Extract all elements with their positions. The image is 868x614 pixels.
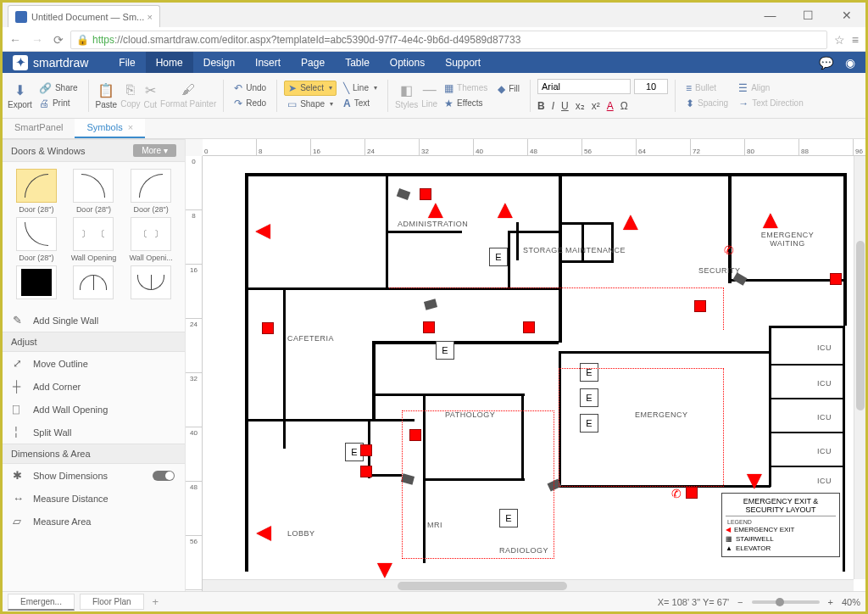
menu-home[interactable]: Home xyxy=(146,52,193,73)
symbol-double-arc-2[interactable] xyxy=(124,265,178,302)
menu-options[interactable]: Options xyxy=(380,52,435,73)
add-page-button[interactable]: + xyxy=(153,595,159,608)
redo-button[interactable]: ↷Redo xyxy=(231,97,270,110)
app-logo[interactable]: ✦ smartdraw xyxy=(13,55,88,70)
nav-buttons: ← → ⟳ xyxy=(9,33,64,47)
subscript-button[interactable]: x₂ xyxy=(576,100,585,112)
bookmark-icon[interactable]: ☆ xyxy=(834,33,845,47)
add-single-wall[interactable]: ✎Add Single Wall xyxy=(3,309,185,332)
copy-button[interactable]: ⎘Copy xyxy=(120,82,140,109)
menu-file[interactable]: File xyxy=(108,52,145,73)
more-button[interactable]: More▾ xyxy=(133,144,176,157)
help-icon[interactable]: 💬 xyxy=(819,56,833,70)
label-security: SECURITY xyxy=(698,266,741,275)
italic-button[interactable]: I xyxy=(552,100,554,112)
export-button[interactable]: ⬇Export xyxy=(8,82,32,109)
superscript-button[interactable]: x² xyxy=(592,100,600,112)
menu-page[interactable]: Page xyxy=(291,52,335,73)
close-icon[interactable]: × xyxy=(128,122,133,132)
text-direction-button[interactable]: →Text Direction xyxy=(735,97,807,110)
tab-symbols[interactable]: Symbols× xyxy=(75,119,145,138)
toggle-icon[interactable] xyxy=(153,471,175,481)
browser-tab[interactable]: Untitled Document — Sm... × xyxy=(8,5,160,27)
text-tool[interactable]: AText xyxy=(340,97,381,110)
measure-area[interactable]: ▱Measure Area xyxy=(3,510,185,533)
themes-button[interactable]: ▦Themes xyxy=(441,81,491,95)
symbol-door-1[interactable]: Door (28") xyxy=(9,169,64,214)
tab-smartpanel[interactable]: SmartPanel xyxy=(3,119,75,138)
vertical-scrollbar[interactable] xyxy=(854,156,865,579)
menu-support[interactable]: Support xyxy=(435,52,491,73)
effects-button[interactable]: ★Effects xyxy=(441,97,491,110)
browser-menu-icon[interactable]: ≡ xyxy=(852,33,859,47)
print-button[interactable]: 🖨Print xyxy=(36,97,81,110)
reload-button[interactable]: ⟳ xyxy=(53,33,64,47)
menu-table[interactable]: Table xyxy=(335,52,380,73)
show-dimensions[interactable]: ✱Show Dimensions xyxy=(3,464,185,487)
undo-button[interactable]: ↶Undo xyxy=(231,81,270,95)
font-size-input[interactable] xyxy=(634,79,668,94)
add-wall-opening[interactable]: ⎕Add Wall Opening xyxy=(3,398,185,421)
select-tool[interactable]: ➤Select▾ xyxy=(284,81,337,96)
share-button[interactable]: 🔗Share xyxy=(36,81,81,95)
symbol-door-3[interactable]: Door (28") xyxy=(124,169,178,214)
zoom-slider[interactable] xyxy=(752,600,820,604)
styles-button[interactable]: ◧Styles xyxy=(395,82,418,109)
zoom-out-button[interactable]: − xyxy=(737,597,743,607)
font-color-button[interactable]: A xyxy=(607,100,614,112)
underline-button[interactable]: U xyxy=(561,100,569,112)
security-path xyxy=(389,287,724,288)
align-button[interactable]: ☰Align xyxy=(735,81,807,95)
symbol-solid[interactable] xyxy=(9,265,64,302)
emergency-exit-arrow: ▲ xyxy=(249,219,275,244)
ribbon: ⬇Export 🔗Share 🖨Print 📋Paste ⎘Copy ✂Cut … xyxy=(3,73,865,119)
paste-button[interactable]: 📋Paste xyxy=(96,82,118,109)
forward-button[interactable]: → xyxy=(31,33,43,47)
drawing-canvas[interactable]: ADMINISTRATION STORAGE MAINTENANCE SECUR… xyxy=(203,156,865,591)
bold-button[interactable]: B xyxy=(537,100,545,112)
format-painter-button[interactable]: 🖌Format Painter xyxy=(160,82,216,109)
zoom-in-button[interactable]: + xyxy=(828,597,833,607)
window-maximize-button[interactable]: ☐ xyxy=(789,3,827,27)
security-path xyxy=(559,368,724,487)
menu-insert[interactable]: Insert xyxy=(245,52,291,73)
window-minimize-button[interactable]: — xyxy=(751,3,789,27)
lock-icon: 🔒 xyxy=(76,34,89,46)
panel-tabs: SmartPanel Symbols× xyxy=(3,119,865,139)
line-tool[interactable]: ╲Line▾ xyxy=(340,81,381,95)
alarm-icon xyxy=(262,322,274,334)
symbol-button[interactable]: Ω xyxy=(620,100,628,112)
url-box[interactable]: 🔒 https ://cloud.smartdraw.com/editor.as… xyxy=(70,31,827,49)
window-close-button[interactable]: ✕ xyxy=(827,3,865,27)
user-icon[interactable]: ◉ xyxy=(845,56,855,70)
measure-distance[interactable]: ↔Measure Distance xyxy=(3,487,185,510)
spacing-button[interactable]: ⬍Spacing xyxy=(682,97,732,110)
fill-button[interactable]: ◆Fill xyxy=(494,82,523,96)
symbol-wall-opening-2[interactable]: 〔〕Wall Openi... xyxy=(124,217,178,262)
add-corner[interactable]: ┼Add Corner xyxy=(3,375,185,398)
symbol-door-2[interactable]: Door (28") xyxy=(67,169,121,214)
symbol-wall-opening-1[interactable]: 〕〔Wall Opening xyxy=(67,217,121,262)
label-icu-1: ICU xyxy=(817,343,832,352)
label-icu-5: ICU xyxy=(817,477,832,485)
symbol-double-arc-1[interactable] xyxy=(67,265,121,302)
bullet-button[interactable]: ≡Bullet xyxy=(682,81,732,95)
back-button[interactable]: ← xyxy=(9,33,21,47)
font-name-input[interactable] xyxy=(537,79,631,94)
menu-design[interactable]: Design xyxy=(193,52,245,73)
sidebar: Doors & Windows More▾ Door (28") Door (2… xyxy=(3,139,186,591)
cut-button[interactable]: ✂Cut xyxy=(144,82,158,109)
label-lobby: LOBBY xyxy=(287,529,315,538)
shape-tool[interactable]: ▭Shape▾ xyxy=(284,98,337,111)
tab-close-icon[interactable]: × xyxy=(147,12,153,22)
elevator-marker: E xyxy=(489,248,508,266)
page-tab-floorplan[interactable]: Floor Plan xyxy=(80,594,144,610)
alarm-icon xyxy=(694,300,706,312)
horizontal-scrollbar[interactable] xyxy=(203,579,854,591)
split-wall[interactable]: ╎Split Wall xyxy=(3,421,185,444)
line-style-button[interactable]: —Line xyxy=(421,82,437,109)
symbol-door-4[interactable]: Door (28") xyxy=(9,217,64,262)
legend-row: ▲ELEVATOR xyxy=(726,544,836,553)
move-outline[interactable]: ⤢Move Outline xyxy=(3,352,185,375)
page-tab-emergency[interactable]: Emergen... xyxy=(8,594,75,611)
